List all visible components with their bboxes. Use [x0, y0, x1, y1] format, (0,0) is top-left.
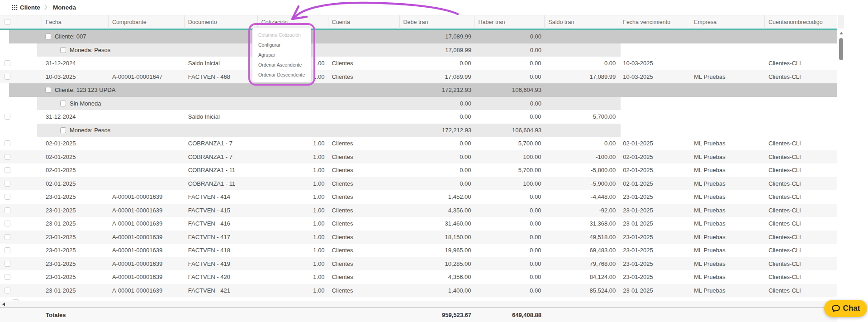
column-header-fecha[interactable]: Fecha	[42, 15, 109, 29]
cell-comprobante	[109, 150, 185, 164]
cell-expand	[18, 231, 42, 244]
group-total-haber: 106,604.93	[475, 83, 545, 97]
table-row[interactable]: 23-01-2025A-00001-00001639FACTVEN - 4141…	[0, 190, 837, 204]
table-row[interactable]: 02-01-2025COBRANZA1 - 71.00Clientes0.005…	[0, 137, 837, 150]
cell-documento: FACTVEN - 419	[185, 257, 258, 271]
group-row-cliente[interactable]: Cliente: 123 123 UPDA172,212.93106,604.9…	[0, 83, 837, 97]
cell-saldo: 0.00	[545, 57, 619, 70]
row-checkbox[interactable]	[5, 114, 10, 120]
menu-item-ordenar-ascendente[interactable]: Ordenar Ascendente	[252, 60, 311, 70]
group-row-moneda[interactable]: Moneda: Pesos17,089.990.00	[0, 43, 837, 57]
group-checkbox[interactable]	[60, 101, 66, 106]
header-select-all[interactable]	[0, 15, 18, 29]
row-checkbox[interactable]	[5, 288, 10, 293]
table-row[interactable]: 31-12-2024Saldo Inicial0.000.005,700.00	[0, 110, 837, 124]
row-checkbox[interactable]	[5, 261, 10, 267]
column-context-menu: Columna Cotización ConfigurarAgruparOrde…	[252, 28, 311, 82]
table-row[interactable]: 02-01-2025COBRANZA1 - 111.00Clientes0.00…	[0, 177, 837, 191]
row-checkbox[interactable]	[5, 234, 10, 240]
row-checkbox[interactable]	[5, 194, 10, 200]
cell-fecha: 31-12-2024	[42, 57, 109, 70]
header-expand-column[interactable]	[18, 15, 42, 29]
cell-comprobante: A-00001-00001639	[109, 190, 185, 204]
table-row[interactable]: 23-01-2025A-00001-00001639FACTVEN - 4171…	[0, 231, 837, 244]
table-row[interactable]: 31-12-2024Saldo Inicial1.00Clientes0.000…	[0, 57, 837, 70]
cell-cuenta: Clientes	[328, 70, 400, 84]
row-checkbox[interactable]	[5, 154, 10, 160]
cell-empresa: ML Pruebas	[690, 177, 765, 191]
cell-comprobante: A-00001-00001639	[109, 231, 185, 244]
scroll-left-icon[interactable]	[2, 303, 5, 306]
cell-fecha: 23-01-2025	[42, 244, 109, 257]
column-header-haber[interactable]: Haber tran	[474, 15, 545, 29]
cell-saldo: -92.00	[545, 204, 619, 217]
cell-fecha_venc: 02-01-2025	[619, 163, 690, 177]
column-header-documento[interactable]: Documento	[185, 15, 258, 29]
cell-documento: COBRANZA1 - 7	[185, 150, 258, 164]
column-header-cotizacion[interactable]: Cotización	[258, 15, 328, 29]
group-row-cliente[interactable]: Cliente: 00717,089.990.00	[0, 30, 837, 43]
vertical-scrollbar-track	[838, 15, 844, 29]
chat-button[interactable]: Chat	[824, 300, 867, 317]
table-row[interactable]: 23-01-2025A-00001-00001639FACTVEN - 4191…	[0, 257, 837, 271]
column-header-empresa[interactable]: Empresa	[690, 15, 765, 29]
group-checkbox[interactable]	[45, 87, 51, 93]
cell-fecha_venc: 10-03-2025	[619, 57, 690, 70]
cell-documento: FACTVEN - 418	[185, 244, 258, 257]
menu-item-configurar[interactable]: Configurar	[252, 40, 311, 50]
cell-expand	[18, 70, 42, 84]
menu-item-agrupar[interactable]: Agrupar	[252, 50, 311, 60]
scroll-up-icon[interactable]	[840, 32, 843, 34]
table-row[interactable]: 02-01-2025COBRANZA1 - 111.00Clientes0.00…	[0, 163, 837, 177]
horizontal-scrollbar[interactable]	[0, 301, 868, 308]
column-header-debe[interactable]: Debe tran	[400, 15, 475, 29]
column-header-cuenta[interactable]: Cuenta	[328, 15, 400, 29]
table-row[interactable]: 23-01-2025A-00001-00001639FACTVEN - 4151…	[0, 204, 837, 217]
cell-select	[0, 163, 18, 177]
cell-debe: 4,356.00	[400, 270, 475, 284]
row-checkbox[interactable]	[5, 247, 10, 253]
column-header-comprobante[interactable]: Comprobante	[109, 15, 185, 29]
table-row[interactable]: 23-01-2025A-00001-00001639FACTVEN - 4181…	[0, 244, 837, 257]
select-all-checkbox[interactable]	[5, 19, 10, 25]
group-checkbox[interactable]	[60, 47, 66, 53]
cell-fecha: 23-01-2025	[42, 284, 109, 298]
group-label: Moneda: Pesos	[70, 127, 110, 134]
row-checkbox[interactable]	[5, 140, 10, 146]
group-chip-cliente[interactable]: Cliente	[20, 0, 40, 15]
group-checkbox[interactable]	[60, 127, 66, 133]
menu-item-ordenar-descendente[interactable]: Ordenar Descendente	[252, 70, 311, 80]
row-checkbox[interactable]	[5, 167, 10, 173]
row-checkbox[interactable]	[5, 207, 10, 213]
cell-cuenta_nombre: Clientes-CLI	[765, 190, 837, 204]
table-row[interactable]: 02-01-2025COBRANZA1 - 71.00Clientes0.001…	[0, 150, 837, 164]
table-row[interactable]: 23-01-2025A-00001-00001639FACTVEN - 4211…	[0, 284, 837, 298]
column-header-cuenta_nombre[interactable]: Cuentanombrecodigo	[765, 15, 837, 29]
cell-comprobante: A-00001-00001639	[109, 217, 185, 231]
cell-documento: COBRANZA1 - 11	[185, 177, 258, 191]
group-row-moneda[interactable]: Sin Moneda0.000.00	[0, 97, 837, 111]
cell-cuenta_nombre: Clientes-CLI	[765, 257, 837, 271]
row-checkbox[interactable]	[5, 74, 10, 80]
group-row-moneda[interactable]: Moneda: Pesos172,212.93106,604.93	[0, 124, 837, 137]
cell-select	[0, 137, 18, 150]
group-chip-moneda[interactable]: Moneda	[53, 0, 76, 15]
column-header-saldo[interactable]: Saldo tran	[545, 15, 619, 29]
vertical-scrollbar-thumb[interactable]	[839, 38, 843, 60]
group-label: Cliente: 123 123 UPDA	[55, 87, 115, 93]
group-total-debe: 0.00	[400, 97, 475, 111]
table-row[interactable]: 10-03-2025A-00001-00001647FACTVEN - 4681…	[0, 70, 837, 84]
group-checkbox[interactable]	[45, 34, 51, 39]
column-header-fecha_venc[interactable]: Fecha vencimiento	[619, 15, 690, 29]
cell-cuenta: Clientes	[328, 204, 400, 217]
cell-fecha_venc: 23-01-2025	[619, 284, 690, 298]
cell-saldo: 69,483.00	[545, 244, 619, 257]
row-checkbox[interactable]	[5, 274, 10, 280]
table-row[interactable]: 23-01-2025A-00001-00001639FACTVEN - 4201…	[0, 270, 837, 284]
cell-fecha: 23-01-2025	[42, 217, 109, 231]
row-checkbox[interactable]	[5, 60, 10, 66]
row-checkbox[interactable]	[5, 221, 10, 226]
row-checkbox[interactable]	[5, 181, 10, 187]
table-row[interactable]: 23-01-2025A-00001-00001639FACTVEN - 4161…	[0, 217, 837, 231]
chat-widget-tail	[838, 317, 838, 322]
